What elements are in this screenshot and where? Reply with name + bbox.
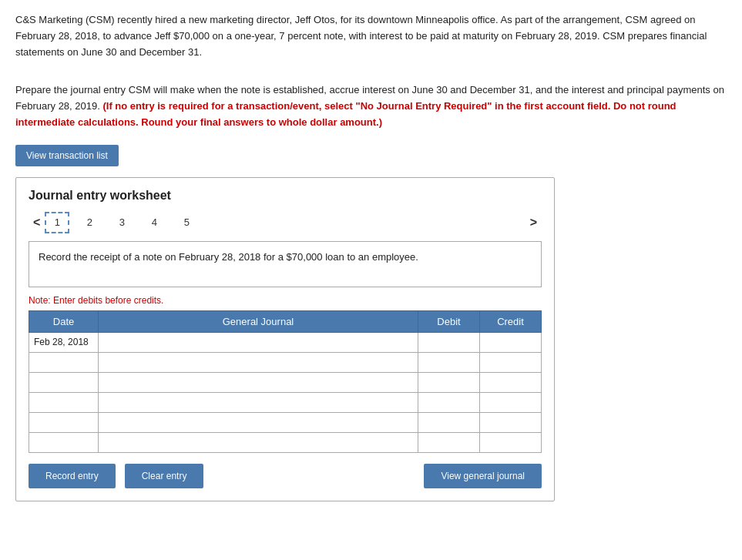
tab-row: < 1 2 3 4 5 > — [29, 212, 542, 233]
debit-cell-5[interactable] — [418, 432, 480, 452]
table-row: Feb 28, 2018 — [29, 332, 542, 352]
credit-input-4[interactable] — [480, 413, 541, 432]
credit-cell-3[interactable] — [480, 392, 542, 412]
date-cell-1 — [29, 352, 99, 372]
worksheet-container: Journal entry worksheet < 1 2 3 4 5 > Re… — [15, 177, 555, 501]
credit-cell-0[interactable] — [480, 332, 542, 352]
note-text: Note: Enter debits before credits. — [29, 295, 542, 306]
debit-cell-0[interactable] — [418, 332, 480, 352]
instruction-bold-red: (If no entry is required for a transacti… — [15, 100, 677, 128]
journal-input-2[interactable] — [99, 373, 418, 392]
record-entry-button[interactable]: Record entry — [29, 464, 116, 488]
tab-1[interactable]: 1 — [45, 212, 69, 233]
worksheet-title: Journal entry worksheet — [29, 189, 542, 203]
debit-input-5[interactable] — [418, 433, 479, 452]
credit-cell-5[interactable] — [480, 432, 542, 452]
tab-4[interactable]: 4 — [142, 212, 166, 233]
col-debit: Debit — [418, 310, 480, 332]
credit-input-0[interactable] — [480, 333, 541, 352]
debit-cell-2[interactable] — [418, 372, 480, 392]
journal-cell-0[interactable] — [99, 332, 418, 352]
col-date: Date — [29, 310, 99, 332]
debit-cell-3[interactable] — [418, 392, 480, 412]
credit-input-2[interactable] — [480, 373, 541, 392]
credit-cell-4[interactable] — [480, 412, 542, 432]
journal-cell-2[interactable] — [99, 372, 418, 392]
debit-input-0[interactable] — [418, 333, 479, 352]
debit-input-4[interactable] — [418, 413, 479, 432]
date-cell-3 — [29, 392, 99, 412]
table-row — [29, 432, 542, 452]
tab-next-button[interactable]: > — [525, 214, 542, 231]
journal-cell-4[interactable] — [99, 412, 418, 432]
debit-cell-1[interactable] — [418, 352, 480, 372]
credit-input-5[interactable] — [480, 433, 541, 452]
credit-cell-1[interactable] — [480, 352, 542, 372]
tab-3[interactable]: 3 — [109, 212, 134, 233]
debit-input-2[interactable] — [418, 373, 479, 392]
table-row — [29, 352, 542, 372]
journal-input-5[interactable] — [99, 433, 418, 452]
view-transaction-button[interactable]: View transaction list — [15, 145, 119, 166]
journal-input-0[interactable] — [99, 333, 418, 352]
debit-cell-4[interactable] — [418, 412, 480, 432]
journal-input-1[interactable] — [99, 353, 418, 372]
credit-input-1[interactable] — [480, 353, 541, 372]
journal-input-3[interactable] — [99, 393, 418, 412]
date-cell-0: Feb 28, 2018 — [29, 332, 99, 352]
col-general-journal: General Journal — [99, 310, 418, 332]
journal-table: Date General Journal Debit Credit Feb 28… — [29, 310, 542, 453]
debit-input-1[interactable] — [418, 353, 479, 372]
action-buttons-row: Record entry Clear entry View general jo… — [29, 464, 542, 488]
date-cell-4 — [29, 412, 99, 432]
credit-cell-2[interactable] — [480, 372, 542, 392]
clear-entry-button[interactable]: Clear entry — [125, 464, 204, 488]
date-cell-5 — [29, 432, 99, 452]
col-credit: Credit — [480, 310, 542, 332]
table-row — [29, 412, 542, 432]
tab-prev-button[interactable]: < — [29, 214, 45, 231]
journal-cell-1[interactable] — [99, 352, 418, 372]
journal-input-4[interactable] — [99, 413, 418, 432]
debit-input-3[interactable] — [418, 393, 479, 412]
tab-5[interactable]: 5 — [174, 212, 199, 233]
credit-input-3[interactable] — [480, 393, 541, 412]
view-general-journal-button[interactable]: View general journal — [424, 464, 542, 488]
table-row — [29, 372, 542, 392]
tab-2[interactable]: 2 — [77, 212, 102, 233]
entry-description: Record the receipt of a note on February… — [29, 241, 542, 287]
table-row — [29, 392, 542, 412]
journal-cell-5[interactable] — [99, 432, 418, 452]
date-cell-2 — [29, 372, 99, 392]
instruction-paragraph: Prepare the journal entry CSM will make … — [15, 82, 727, 130]
intro-paragraph1: C&S Marketing (CSM) recently hired a new… — [15, 12, 727, 60]
journal-cell-3[interactable] — [99, 392, 418, 412]
